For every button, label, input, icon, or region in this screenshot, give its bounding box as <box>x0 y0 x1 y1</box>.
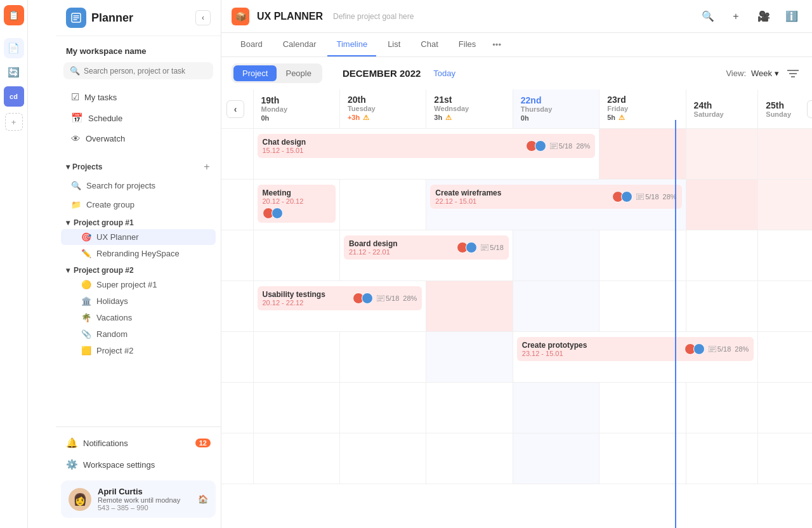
tab-files[interactable]: Files <box>450 33 485 56</box>
ux-planner-project[interactable]: 🎯 UX Planner <box>61 229 216 245</box>
create-group-label: Create group <box>86 200 134 209</box>
app-logo-icon: 📋 <box>4 5 24 25</box>
overwatch-label: Overwatch <box>86 134 125 143</box>
rebranding-icon: ✏️ <box>81 249 91 258</box>
user-phone: 543 – 385 – 990 <box>98 504 192 512</box>
chat-design-name: Chat design <box>263 138 306 147</box>
nav-tabs: Board Calendar Timeline List Chat Files … <box>221 33 812 57</box>
group1-label: Project group #1 <box>74 218 134 227</box>
view-controls: View: Week ▾ <box>726 65 802 82</box>
overwatch-nav[interactable]: 👁 Overwatch <box>61 129 216 148</box>
group1-collapse-icon: ▾ <box>66 218 70 227</box>
main-area: 📦 UX PLANNER Define project goal here 🔍 … <box>221 0 812 528</box>
user-icon[interactable]: cd <box>4 86 24 107</box>
day-col-21: 21st Wednsday 3h ⚠ <box>426 89 513 129</box>
workspace-settings-label: Workspace settings <box>83 460 155 470</box>
notifications-item[interactable]: 🔔 Notifications 12 <box>56 432 221 454</box>
rebranding-label: Rebranding HeySpace <box>96 249 180 258</box>
tab-calendar[interactable]: Calendar <box>274 33 325 56</box>
holidays-label: Holidays <box>96 296 128 306</box>
create-wireframes-task[interactable]: Create wireframes 22.12 - 15.01 <box>430 185 681 209</box>
timeline-table: ‹ 19th Monday 0h 20th Tuesday +3h ⚠ 2 <box>221 89 812 484</box>
random-project[interactable]: 📎 Random <box>61 326 216 342</box>
chat-design-avatars <box>526 140 546 152</box>
task-count: 5/18 <box>550 142 572 150</box>
chat-design-task[interactable]: Chat design 15.12 - 15.01 5/ <box>258 134 596 158</box>
group2-collapse-icon: ▾ <box>66 266 70 275</box>
project2-label: Project #2 <box>96 346 134 355</box>
search-projects-icon: 🔍 <box>71 181 81 190</box>
tab-board[interactable]: Board <box>232 33 272 56</box>
sidebar-logo-icon <box>66 8 86 28</box>
add-header-icon[interactable]: + <box>726 6 746 27</box>
avatar: 👩 <box>69 488 91 511</box>
tab-chat[interactable]: Chat <box>412 33 447 56</box>
super-project-item[interactable]: 🟡 Super project #1 <box>61 277 216 293</box>
create-prototypes-task[interactable]: Create prototypes 23.12 - 15.01 <box>517 337 754 361</box>
holidays-icon: 🏛️ <box>81 296 91 306</box>
info-header-icon[interactable]: ℹ️ <box>782 6 802 27</box>
day-col-23: 23rd Friday 5h ⚠ <box>599 89 686 129</box>
refresh-icon[interactable]: 🔄 <box>4 62 24 82</box>
workspace-settings-item[interactable]: ⚙️ Workspace settings <box>56 454 221 475</box>
project-icon: 📦 <box>232 8 249 25</box>
next-week-arrow[interactable]: › <box>807 100 812 118</box>
rebranding-project[interactable]: ✏️ Rebranding HeySpace <box>61 246 216 261</box>
schedule-nav[interactable]: 📅 Schedule <box>61 108 216 128</box>
search-projects-item[interactable]: 🔍 Search for projects <box>61 176 216 195</box>
ux-planner-icon: 🎯 <box>81 232 91 242</box>
projects-section-title: ▾ Projects <box>66 162 102 171</box>
project-people-toggle: Project People <box>232 63 322 83</box>
user-info: April Curtis Remote work until modnay 54… <box>98 487 192 512</box>
notifications-badge: 12 <box>195 439 211 447</box>
my-tasks-nav[interactable]: ☑ My tasks <box>61 87 216 107</box>
planner-nav-icon[interactable]: 📄 <box>4 38 24 58</box>
chat-design-date: 15.12 - 15.01 <box>263 147 306 154</box>
day-col-20: 20th Tuesday +3h ⚠ <box>339 89 426 129</box>
project2-item[interactable]: 🟨 Project #2 <box>61 343 216 359</box>
tab-list[interactable]: List <box>379 33 409 56</box>
search-input[interactable] <box>84 67 207 76</box>
day-col-24: 24th Saturday <box>686 89 758 129</box>
add-workspace-icon[interactable]: + <box>5 113 23 131</box>
add-project-icon[interactable]: + <box>200 161 213 173</box>
warning-icon: ⚠ <box>363 114 369 121</box>
projects-section-header: ▾ Projects + <box>56 155 221 176</box>
view-mode-label: Week <box>751 69 772 78</box>
prev-week-arrow[interactable]: ‹ <box>226 100 244 118</box>
project-group-2[interactable]: ▾ Project group #2 <box>56 262 221 276</box>
schedule-label: Schedule <box>88 114 122 123</box>
video-header-icon[interactable]: 🎥 <box>754 6 774 27</box>
toggle-project[interactable]: Project <box>233 65 277 81</box>
collapse-icon[interactable]: ▾ <box>66 162 70 171</box>
board-design-task[interactable]: Board design 21.12 - 22.01 5 <box>344 235 509 260</box>
tab-timeline[interactable]: Timeline <box>327 33 376 56</box>
table-row <box>221 433 812 484</box>
search-header-icon[interactable]: 🔍 <box>698 6 718 27</box>
view-mode-select[interactable]: Week ▾ <box>751 69 779 78</box>
user-card: 👩 April Curtis Remote work until modnay … <box>61 480 216 518</box>
project2-icon: 🟨 <box>81 346 91 355</box>
settings-icon: ⚙️ <box>66 459 78 470</box>
search-bar[interactable]: 🔍 <box>63 62 213 79</box>
toggle-people[interactable]: People <box>277 65 320 81</box>
create-group-item[interactable]: 📁 Create group <box>61 195 216 214</box>
vacations-project[interactable]: 🌴 Vacations <box>61 310 216 326</box>
view-label: View: <box>726 69 746 78</box>
workspace-name: My workspace name <box>56 44 221 62</box>
random-icon: 📎 <box>81 329 91 339</box>
today-button[interactable]: Today <box>433 69 455 78</box>
project-goal: Define project goal here <box>333 12 414 21</box>
day-col-19: 19th Monday 0h <box>253 89 339 129</box>
tab-more-icon[interactable]: ••• <box>487 34 506 56</box>
search-projects-label: Search for projects <box>86 181 155 190</box>
holidays-project[interactable]: 🏛️ Holidays <box>61 293 216 309</box>
meeting-task[interactable]: Meeting 20.12 - 20.12 <box>258 185 336 223</box>
filter-icon[interactable] <box>784 65 802 82</box>
back-arrow-icon[interactable]: ‹ <box>195 10 211 25</box>
schedule-icon: 📅 <box>71 112 83 124</box>
usability-task[interactable]: Usability testings 20.12 - 22.12 <box>258 286 422 310</box>
project-group-1[interactable]: ▾ Project group #1 <box>56 214 221 228</box>
vacations-icon: 🌴 <box>81 313 91 322</box>
task-percent: 28% <box>576 142 590 150</box>
